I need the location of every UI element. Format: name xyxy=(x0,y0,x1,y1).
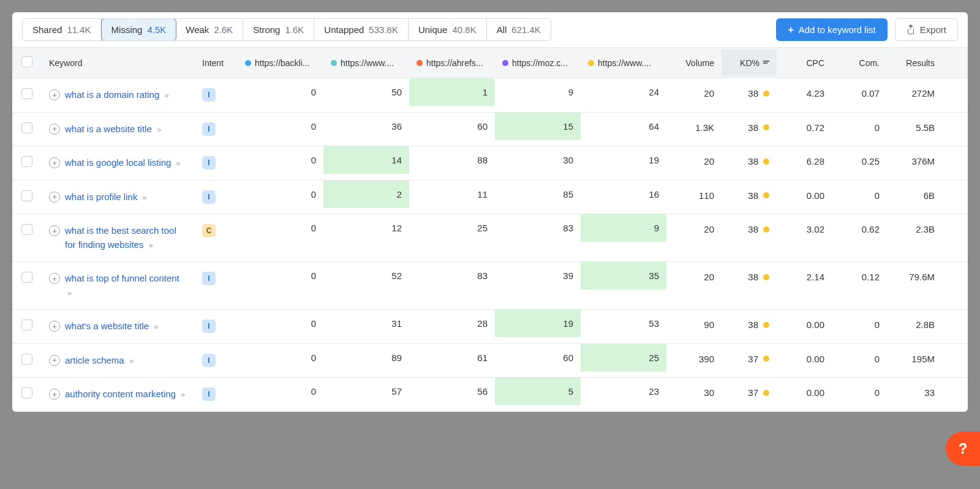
volume-cell: 20 xyxy=(666,87,722,100)
header-kd[interactable]: KD% xyxy=(722,50,777,77)
expand-icon[interactable]: + xyxy=(49,192,60,203)
volume-cell: 20 xyxy=(666,271,722,283)
select-all-checkbox[interactable] xyxy=(21,56,32,67)
row-checkbox[interactable] xyxy=(21,224,32,235)
domain-rank-cell: 0 xyxy=(238,181,323,208)
keyword-link[interactable]: what is a domain rating » xyxy=(65,88,169,102)
keyword-link[interactable]: what's a website title » xyxy=(65,319,159,334)
volume-cell: 390 xyxy=(666,353,722,365)
com-cell: 0 xyxy=(832,386,887,399)
header-results[interactable]: Results xyxy=(887,56,942,70)
domain-dot-purple xyxy=(502,60,508,66)
expand-icon[interactable]: + xyxy=(49,273,60,284)
row-checkbox-cell xyxy=(12,353,42,366)
row-checkbox[interactable] xyxy=(21,156,32,167)
keyword-link[interactable]: what is google local listing » xyxy=(65,156,181,170)
row-checkbox-cell xyxy=(12,189,42,203)
header-kd-label: KD% xyxy=(740,58,760,68)
header-domain-0-label: https://backli... xyxy=(255,58,309,68)
intent-cell: I xyxy=(195,87,238,103)
keyword-link[interactable]: what is the best search tool for finding… xyxy=(65,224,187,252)
table-row: +what is top of funnel content »I0528339… xyxy=(12,262,968,310)
keyword-link[interactable]: article schema » xyxy=(65,354,134,368)
chevrons-icon: » xyxy=(149,241,153,250)
expand-icon[interactable]: + xyxy=(49,89,60,100)
add-to-keyword-list-button[interactable]: + Add to keyword list xyxy=(776,18,887,41)
filter-tab-count: 11.4K xyxy=(67,24,91,35)
domain-rank-cell: 31 xyxy=(323,310,409,337)
domain-rank-cell: 53 xyxy=(581,310,666,337)
kd-value: 38 xyxy=(748,88,758,99)
intent-cell: I xyxy=(195,271,238,286)
domain-rank-cell: 50 xyxy=(323,78,409,106)
kd-value: 38 xyxy=(748,156,758,166)
header-com[interactable]: Com. xyxy=(832,56,887,70)
results-cell: 79.6M xyxy=(887,271,942,283)
keyword-cell: +what is a domain rating » xyxy=(42,87,195,103)
row-checkbox[interactable] xyxy=(21,88,32,99)
kd-value: 38 xyxy=(748,122,758,133)
header-keyword[interactable]: Keyword xyxy=(42,56,195,70)
keyword-link[interactable]: what is a website title » xyxy=(65,122,161,136)
intent-badge: I xyxy=(202,387,216,401)
kd-indicator-icon xyxy=(763,390,769,396)
row-checkbox[interactable] xyxy=(21,354,32,365)
intent-badge: I xyxy=(202,319,216,333)
domain-rank-cell: 15 xyxy=(495,113,581,140)
domain-rank-cell: 64 xyxy=(581,113,666,140)
export-button-label: Export xyxy=(920,24,946,35)
row-checkbox-cell xyxy=(12,318,42,332)
row-checkbox[interactable] xyxy=(21,190,32,201)
filter-tab-label: Weak xyxy=(186,24,209,35)
keyword-cell: +what is profile link » xyxy=(42,189,195,206)
expand-icon[interactable]: + xyxy=(49,355,60,366)
table-row: +article schema »I089616025390370.000195… xyxy=(12,344,968,378)
row-checkbox[interactable] xyxy=(21,319,32,330)
header-domain-2[interactable]: https://ahrefs... xyxy=(409,56,495,70)
domain-rank-cell: 0 xyxy=(238,262,323,289)
domain-rank-cell: 35 xyxy=(581,262,666,289)
expand-icon[interactable]: + xyxy=(49,321,60,332)
header-domain-0[interactable]: https://backli... xyxy=(238,56,323,70)
row-checkbox[interactable] xyxy=(21,387,32,398)
header-domain-1[interactable]: https://www.... xyxy=(323,56,409,70)
volume-cell: 30 xyxy=(666,386,722,399)
expand-icon[interactable]: + xyxy=(49,389,60,400)
expand-icon[interactable]: + xyxy=(49,157,60,168)
keyword-link[interactable]: what is top of funnel content » xyxy=(65,272,187,299)
header-domain-2-label: https://ahrefs... xyxy=(426,58,483,68)
keyword-link[interactable]: what is profile link » xyxy=(65,190,147,204)
filter-tab-weak[interactable]: Weak2.6K xyxy=(176,19,243,40)
filter-tab-unique[interactable]: Unique40.8K xyxy=(409,19,487,40)
table-row: +authority content marketing »I057565233… xyxy=(12,378,968,412)
filter-tab-shared[interactable]: Shared11.4K xyxy=(23,19,102,40)
header-cpc[interactable]: CPC xyxy=(777,56,832,70)
expand-icon[interactable]: + xyxy=(49,225,60,236)
row-checkbox[interactable] xyxy=(21,272,32,283)
intent-badge: I xyxy=(202,88,216,102)
header-domain-4[interactable]: https://www.... xyxy=(581,56,666,70)
domain-rank-cell: 0 xyxy=(238,78,323,106)
domain-rank-cell: 24 xyxy=(581,78,666,106)
export-button[interactable]: Export xyxy=(895,18,958,41)
row-checkbox[interactable] xyxy=(21,122,32,133)
kd-indicator-icon xyxy=(763,192,769,198)
filter-tab-untapped[interactable]: Untapped533.8K xyxy=(314,19,409,40)
keyword-cell: +what's a website title » xyxy=(42,318,195,335)
filter-tab-strong[interactable]: Strong1.6K xyxy=(243,19,314,40)
header-domain-3[interactable]: https://moz.c... xyxy=(495,56,581,70)
filter-tabs: Shared11.4KMissing4.5KWeak2.6KStrong1.6K… xyxy=(22,18,551,41)
intent-cell: I xyxy=(195,386,238,402)
domain-rank-cell: 0 xyxy=(238,146,323,174)
filter-tab-all[interactable]: All621.4K xyxy=(487,19,551,40)
domain-rank-cell: 2 xyxy=(323,181,409,208)
filter-tab-count: 40.8K xyxy=(452,24,476,35)
expand-icon[interactable]: + xyxy=(49,124,60,135)
chevrons-icon: » xyxy=(67,288,72,297)
header-intent[interactable]: Intent xyxy=(195,56,238,70)
header-volume[interactable]: Volume xyxy=(666,56,722,70)
domain-rank-cell: 39 xyxy=(495,262,581,289)
com-cell: 0 xyxy=(832,121,887,134)
filter-tab-missing[interactable]: Missing4.5K xyxy=(101,18,177,41)
keyword-link[interactable]: authority content marketing » xyxy=(65,387,185,401)
